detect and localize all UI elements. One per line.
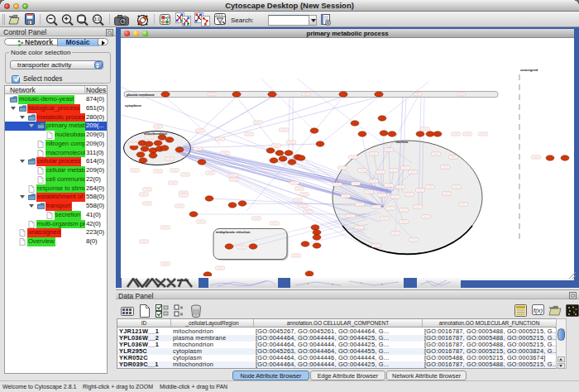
svg-text:nucleus: nucleus <box>395 140 409 144</box>
svg-text:cytoplasm: cytoplasm <box>125 103 141 108</box>
svg-text:1:1: 1:1 <box>94 17 100 22</box>
svg-text:endoplasmic reticulum: endoplasmic reticulum <box>216 231 251 234</box>
svg-text:plasma membrane: plasma membrane <box>127 93 156 97</box>
svg-text:unassigned: unassigned <box>520 69 538 72</box>
svg-text:mitochondrion: mitochondrion <box>144 131 168 136</box>
